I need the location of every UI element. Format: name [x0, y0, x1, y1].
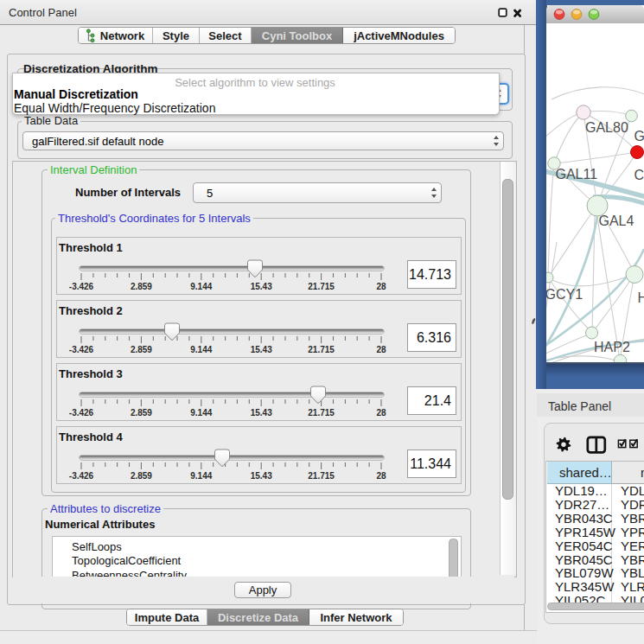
svg-text:21.715: 21.715 [308, 345, 335, 354]
svg-text:9.144: 9.144 [190, 471, 212, 481]
svg-text:21.715: 21.715 [308, 471, 335, 481]
svg-text:15.43: 15.43 [251, 282, 272, 291]
svg-text:15.43: 15.43 [251, 408, 272, 418]
svg-text:28: 28 [376, 408, 386, 418]
svg-text:GCY1: GCY1 [546, 287, 583, 302]
svg-text:2.859: 2.859 [131, 471, 152, 481]
svg-text:9.144: 9.144 [190, 408, 212, 418]
svg-text:21.715: 21.715 [308, 282, 335, 291]
svg-text:-3.426: -3.426 [69, 282, 94, 291]
svg-text:H: H [638, 290, 644, 305]
svg-text:2.859: 2.859 [131, 282, 152, 291]
svg-text:GA: GA [634, 129, 644, 143]
svg-text:2.859: 2.859 [131, 408, 152, 418]
svg-text:15.43: 15.43 [251, 471, 272, 481]
svg-text:HAP2: HAP2 [594, 340, 630, 354]
svg-text:GAL4: GAL4 [599, 214, 634, 228]
svg-text:CY: CY [634, 168, 644, 182]
svg-text:15.43: 15.43 [251, 345, 272, 354]
svg-text:-3.426: -3.426 [69, 408, 94, 418]
svg-text:-3.426: -3.426 [69, 471, 94, 481]
svg-text:21.715: 21.715 [308, 408, 335, 418]
svg-text:-3.426: -3.426 [69, 345, 94, 354]
svg-text:GAL11: GAL11 [556, 167, 598, 182]
svg-text:28: 28 [376, 282, 386, 291]
svg-text:GAL80: GAL80 [585, 120, 628, 135]
svg-text:2.859: 2.859 [131, 345, 152, 354]
svg-text:9.144: 9.144 [190, 345, 212, 354]
svg-text:28: 28 [376, 471, 386, 481]
svg-text:9.144: 9.144 [190, 282, 212, 291]
svg-text:28: 28 [376, 345, 386, 354]
